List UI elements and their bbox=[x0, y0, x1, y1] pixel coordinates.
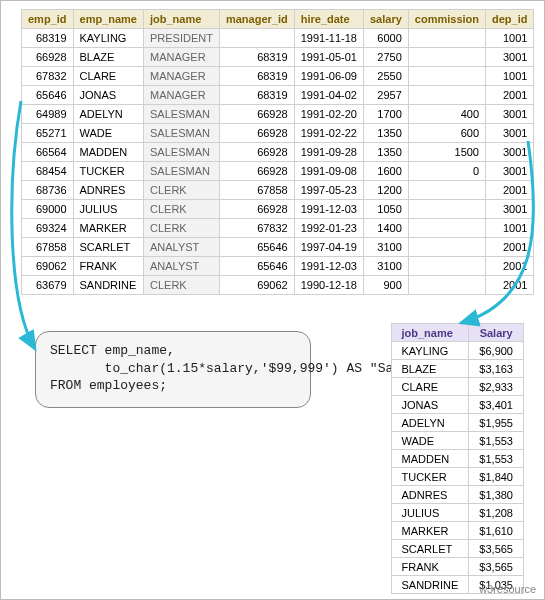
cell: SALESMAN bbox=[144, 105, 220, 124]
cell: 1991-09-28 bbox=[294, 143, 363, 162]
cell: ADNRES bbox=[391, 486, 469, 504]
cell: 2001 bbox=[486, 181, 534, 200]
cell: ANALYST bbox=[144, 257, 220, 276]
table-row: 69000JULIUSCLERK669281991-12-0310503001 bbox=[22, 200, 534, 219]
cell: 2001 bbox=[486, 238, 534, 257]
cell bbox=[408, 238, 485, 257]
cell: 1991-02-22 bbox=[294, 124, 363, 143]
cell: 2001 bbox=[486, 276, 534, 295]
cell: 66928 bbox=[22, 48, 74, 67]
cell: MARKER bbox=[391, 522, 469, 540]
table-row: CLARE$2,933 bbox=[391, 378, 524, 396]
table-row: WADE$1,553 bbox=[391, 432, 524, 450]
cell: SALESMAN bbox=[144, 162, 220, 181]
cell bbox=[408, 181, 485, 200]
cell bbox=[408, 257, 485, 276]
table-header-row: job_name Salary bbox=[391, 324, 524, 342]
sql-query-box: SELECT emp_name, to_char(1.15*salary,'$9… bbox=[35, 331, 311, 408]
cell: ANALYST bbox=[144, 238, 220, 257]
cell: 1991-12-03 bbox=[294, 200, 363, 219]
table-row: 64989ADELYNSALESMAN669281991-02-20170040… bbox=[22, 105, 534, 124]
cell: MADDEN bbox=[73, 143, 143, 162]
result-table: job_name Salary KAYLING$6,900BLAZE$3,163… bbox=[391, 323, 525, 594]
cell: 1001 bbox=[486, 67, 534, 86]
cell bbox=[408, 29, 485, 48]
col-commission: commission bbox=[408, 10, 485, 29]
cell: ADELYN bbox=[391, 414, 469, 432]
cell: 3100 bbox=[364, 238, 409, 257]
cell: FRANK bbox=[73, 257, 143, 276]
cell: $1,840 bbox=[469, 468, 524, 486]
cell: 1350 bbox=[364, 143, 409, 162]
col-emp-id: emp_id bbox=[22, 10, 74, 29]
col-job-name: job_name bbox=[391, 324, 469, 342]
cell: 69062 bbox=[22, 257, 74, 276]
cell: 1991-12-03 bbox=[294, 257, 363, 276]
cell: MARKER bbox=[73, 219, 143, 238]
cell: FRANK bbox=[391, 558, 469, 576]
table-row: 67858SCARLETANALYST656461997-04-19310020… bbox=[22, 238, 534, 257]
cell: 1992-01-23 bbox=[294, 219, 363, 238]
cell: 1991-11-18 bbox=[294, 29, 363, 48]
cell: 67832 bbox=[219, 219, 294, 238]
cell: $2,933 bbox=[469, 378, 524, 396]
cell: $3,565 bbox=[469, 558, 524, 576]
cell: 2001 bbox=[486, 86, 534, 105]
cell: 900 bbox=[364, 276, 409, 295]
table-header-row: emp_id emp_name job_name manager_id hire… bbox=[22, 10, 534, 29]
cell: JULIUS bbox=[391, 504, 469, 522]
cell: 400 bbox=[408, 105, 485, 124]
cell: WADE bbox=[73, 124, 143, 143]
cell: CLERK bbox=[144, 219, 220, 238]
cell: SALESMAN bbox=[144, 143, 220, 162]
table-row: 65646JONASMANAGER683191991-04-0229572001 bbox=[22, 86, 534, 105]
cell: 1700 bbox=[364, 105, 409, 124]
table-row: 65271WADESALESMAN669281991-02-2213506003… bbox=[22, 124, 534, 143]
col-hire-date: hire_date bbox=[294, 10, 363, 29]
cell: 1991-05-01 bbox=[294, 48, 363, 67]
cell: 1991-09-08 bbox=[294, 162, 363, 181]
cell: KAYLING bbox=[73, 29, 143, 48]
cell bbox=[408, 276, 485, 295]
cell: 68319 bbox=[22, 29, 74, 48]
cell: WADE bbox=[391, 432, 469, 450]
cell: 66564 bbox=[22, 143, 74, 162]
cell bbox=[408, 86, 485, 105]
cell: BLAZE bbox=[391, 360, 469, 378]
col-dep-id: dep_id bbox=[486, 10, 534, 29]
cell: 2550 bbox=[364, 67, 409, 86]
cell bbox=[408, 67, 485, 86]
cell: SANDRINE bbox=[391, 576, 469, 594]
cell: 66928 bbox=[219, 105, 294, 124]
cell: 0 bbox=[408, 162, 485, 181]
cell: MANAGER bbox=[144, 86, 220, 105]
cell: BLAZE bbox=[73, 48, 143, 67]
sql-line: SELECT emp_name, bbox=[50, 342, 294, 360]
cell: CLARE bbox=[391, 378, 469, 396]
table-row: SCARLET$3,565 bbox=[391, 540, 524, 558]
table-row: 69324MARKERCLERK678321992-01-2314001001 bbox=[22, 219, 534, 238]
table-row: 67832CLAREMANAGER683191991-06-0925501001 bbox=[22, 67, 534, 86]
cell: 1990-12-18 bbox=[294, 276, 363, 295]
cell: 3001 bbox=[486, 162, 534, 181]
cell: CLERK bbox=[144, 200, 220, 219]
cell: $1,955 bbox=[469, 414, 524, 432]
cell: 65646 bbox=[22, 86, 74, 105]
col-manager-id: manager_id bbox=[219, 10, 294, 29]
cell: ADNRES bbox=[73, 181, 143, 200]
cell: $1,610 bbox=[469, 522, 524, 540]
cell: MANAGER bbox=[144, 67, 220, 86]
cell: SALESMAN bbox=[144, 124, 220, 143]
table-row: BLAZE$3,163 bbox=[391, 360, 524, 378]
footer-credit: w3resource bbox=[479, 583, 536, 595]
cell: 65646 bbox=[219, 257, 294, 276]
cell: KAYLING bbox=[391, 342, 469, 360]
cell: 1400 bbox=[364, 219, 409, 238]
table-row: JULIUS$1,208 bbox=[391, 504, 524, 522]
cell: 3001 bbox=[486, 143, 534, 162]
table-row: 69062FRANKANALYST656461991-12-0331002001 bbox=[22, 257, 534, 276]
table-row: TUCKER$1,840 bbox=[391, 468, 524, 486]
cell: 67832 bbox=[22, 67, 74, 86]
cell: 3001 bbox=[486, 105, 534, 124]
cell: 2001 bbox=[486, 257, 534, 276]
